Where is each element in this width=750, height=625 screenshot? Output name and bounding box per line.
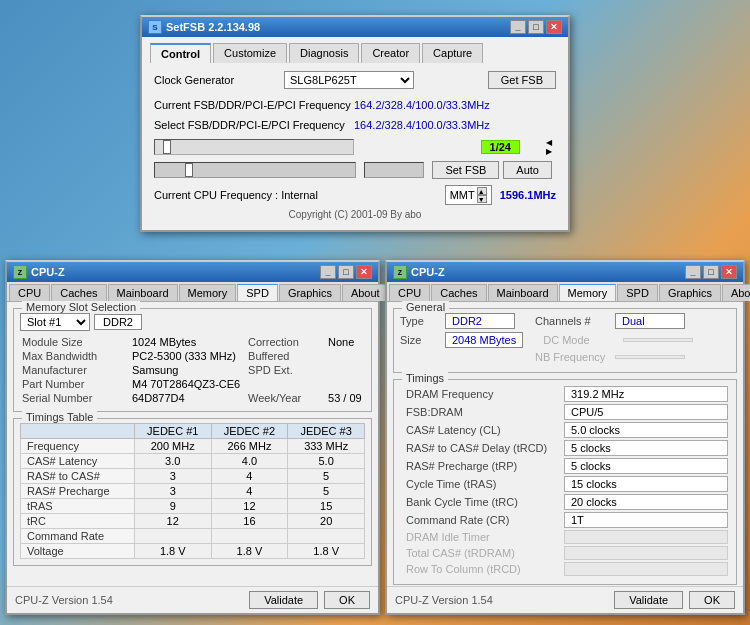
cpuz-left-title-left: Z CPU-Z <box>13 265 65 279</box>
cpuz-right-controls: _ □ ✕ <box>685 265 737 279</box>
cpuz-right-tab-mainboard[interactable]: Mainboard <box>488 284 558 301</box>
get-fsb-button[interactable]: Get FSB <box>488 71 556 89</box>
timings-title: Timings Table <box>22 411 97 423</box>
cpu-freq-row: Current CPU Frequency : Internal MMT ▲ ▼… <box>150 183 560 207</box>
cpuz-left-footer: CPU-Z Version 1.54 Validate OK <box>7 586 378 613</box>
cpuz-left-tab-mainboard[interactable]: Mainboard <box>108 284 178 301</box>
dram-freq-value: 319.2 MHz <box>564 386 728 402</box>
cpuz-left-tab-graphics[interactable]: Graphics <box>279 284 341 301</box>
cpuz-right-tab-cpu[interactable]: CPU <box>389 284 430 301</box>
fsb-slider[interactable] <box>154 162 356 178</box>
cpuz-right-tab-caches[interactable]: Caches <box>431 284 486 301</box>
cpuz-left-maximize[interactable]: □ <box>338 265 354 279</box>
row-to-col-label: Row To Column (tRCD) <box>402 562 562 576</box>
col-header-j1: JEDEC #1 <box>134 424 211 439</box>
max-bw-label: Max Bandwidth <box>20 349 130 363</box>
cpuz-left-tab-caches[interactable]: Caches <box>51 284 106 301</box>
size-row: Size 2048 MBytes DC Mode <box>400 332 730 348</box>
cpuz-right-tab-memory[interactable]: Memory <box>559 284 617 301</box>
cpuz-right-version: CPU-Z Version 1.54 <box>395 594 608 606</box>
clock-gen-select[interactable]: SLG8LP625T <box>284 71 414 89</box>
table-row: Row To Column (tRCD) <box>402 562 728 576</box>
cpuz-left-version: CPU-Z Version 1.54 <box>15 594 243 606</box>
tab-control[interactable]: Control <box>150 43 211 63</box>
cpuz-left-tabs: CPU Caches Mainboard Memory SPD Graphics… <box>7 282 378 302</box>
tab-customize[interactable]: Customize <box>213 43 287 63</box>
slot-row: Slot #1 DDR2 <box>20 313 365 331</box>
table-row: Max Bandwidth PC2-5300 (333 MHz) Buffere… <box>20 349 365 363</box>
cpuz-right-ok-button[interactable]: OK <box>689 591 735 609</box>
ratio-down-icon[interactable]: ▶ <box>546 147 552 156</box>
fsb-slider-thumb <box>185 163 193 177</box>
cpuz-right-icon: Z <box>393 265 407 279</box>
type-row: Type DDR2 Channels # Dual <box>400 313 730 329</box>
cpuz-right-validate-button[interactable]: Validate <box>614 591 683 609</box>
select-freq-row: Select FSB/DDR/PCI-E/PCI Frequency 164.2… <box>150 117 560 133</box>
tab-diagnosis[interactable]: Diagnosis <box>289 43 359 63</box>
col-header-j3: JEDEC #3 <box>288 424 365 439</box>
cpuz-left-ok-button[interactable]: OK <box>324 591 370 609</box>
mmt-control: MMT ▲ ▼ <box>445 185 492 205</box>
copyright: Copyright (C) 2001-09 By abo <box>150 209 560 224</box>
cpuz-left-tab-memory[interactable]: Memory <box>179 284 237 301</box>
maximize-button[interactable]: □ <box>528 20 544 34</box>
cpuz-left-tab-spd[interactable]: SPD <box>237 284 278 301</box>
cpuz-right-minimize[interactable]: _ <box>685 265 701 279</box>
cpuz-right-close[interactable]: ✕ <box>721 265 737 279</box>
cpuz-right-tab-spd[interactable]: SPD <box>617 284 658 301</box>
ratio-slider[interactable] <box>154 139 354 155</box>
nb-freq-value <box>615 355 685 359</box>
current-freq-value: 164.2/328.4/100.0/33.3MHz <box>354 99 490 111</box>
cycle-ras-label: Cycle Time (tRAS) <box>402 476 562 492</box>
cpuz-right-maximize[interactable]: □ <box>703 265 719 279</box>
cycle-ras-value: 15 clocks <box>564 476 728 492</box>
manufacturer-value: Samsung <box>130 363 246 377</box>
memory-slot-group: Memory Slot Selection Slot #1 DDR2 Modul… <box>13 308 372 412</box>
module-size-value: 1024 MBytes <box>130 335 246 349</box>
correction-label: Correction <box>246 335 326 349</box>
timings-detail-title: Timings <box>402 372 448 384</box>
total-cas-label: Total CAS# (tRDRAM) <box>402 546 562 560</box>
serial-number-label: Serial Number <box>20 391 130 405</box>
cas-latency-value: 5.0 clocks <box>564 422 728 438</box>
mmt-down-button[interactable]: ▼ <box>477 195 487 203</box>
minimize-button[interactable]: _ <box>510 20 526 34</box>
cpuz-right-title-left: Z CPU-Z <box>393 265 445 279</box>
tab-capture[interactable]: Capture <box>422 43 483 63</box>
cpuz-left-close[interactable]: ✕ <box>356 265 372 279</box>
auto-button[interactable]: Auto <box>503 161 552 179</box>
close-button[interactable]: ✕ <box>546 20 562 34</box>
channels-label: Channels # <box>535 315 615 327</box>
cpuz-left-validate-button[interactable]: Validate <box>249 591 318 609</box>
setfsb-window-controls: _ □ ✕ <box>510 20 562 34</box>
cpuz-left-tab-cpu[interactable]: CPU <box>9 284 50 301</box>
cpuz-left-minimize[interactable]: _ <box>320 265 336 279</box>
bank-cycle-label: Bank Cycle Time (tRC) <box>402 494 562 510</box>
ratio-up-icon[interactable]: ◀ <box>546 138 552 147</box>
fsb-controls-row: Set FSB Auto <box>150 161 560 179</box>
table-row: Module Size 1024 MBytes Correction None <box>20 335 365 349</box>
table-row: Part Number M4 70T2864QZ3-CE6 <box>20 377 365 391</box>
ras-cas-label: RAS# to CAS# Delay (tRCD) <box>402 440 562 456</box>
cpuz-right-tab-graphics[interactable]: Graphics <box>659 284 721 301</box>
timing-detail-table: DRAM Frequency 319.2 MHz FSB:DRAM CPU/5 … <box>400 384 730 578</box>
table-row: Command Rate (CR) 1T <box>402 512 728 528</box>
table-row: DRAM Frequency 319.2 MHz <box>402 386 728 402</box>
general-title: General <box>402 301 449 313</box>
cpuz-right-tab-about[interactable]: About <box>722 284 750 301</box>
select-freq-value: 164.2/328.4/100.0/33.3MHz <box>354 119 490 131</box>
cpuz-left-tab-about[interactable]: About <box>342 284 389 301</box>
nb-freq-label: NB Frequency <box>535 351 615 363</box>
setfsb-title: SetFSB 2.2.134.98 <box>166 21 260 33</box>
fsb-slider-mini[interactable] <box>364 162 424 178</box>
size-value: 2048 MBytes <box>445 332 523 348</box>
ddr-badge: DDR2 <box>94 314 142 330</box>
slot-select[interactable]: Slot #1 <box>20 313 90 331</box>
setfsb-body: Control Customize Diagnosis Creator Capt… <box>142 37 568 230</box>
mmt-up-button[interactable]: ▲ <box>477 187 487 195</box>
table-row: Manufacturer Samsung SPD Ext. <box>20 363 365 377</box>
cas-latency-label: CAS# Latency (CL) <box>402 422 562 438</box>
set-fsb-button[interactable]: Set FSB <box>432 161 499 179</box>
table-row: Voltage1.8 V1.8 V1.8 V <box>21 544 365 559</box>
tab-creator[interactable]: Creator <box>361 43 420 63</box>
